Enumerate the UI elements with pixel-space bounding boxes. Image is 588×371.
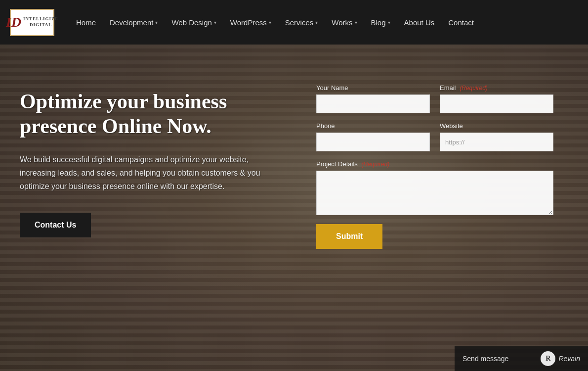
name-input[interactable] [316, 94, 430, 113]
website-label: Website [440, 122, 553, 130]
contact-us-button[interactable]: Contact Us [20, 213, 91, 237]
phone-input[interactable] [316, 133, 430, 151]
nav-item-services[interactable]: Services ▾ [278, 18, 325, 27]
name-label: Your Name [316, 84, 430, 92]
hero-section: Optimize your business presence Online N… [0, 45, 588, 371]
form-row-name-email: Your Name Email (Required) [316, 84, 553, 113]
website-input[interactable] [440, 133, 553, 151]
email-input[interactable] [440, 94, 553, 113]
nav-link-blog[interactable]: Blog ▾ [364, 18, 397, 27]
nav-item-contact[interactable]: Contact [441, 18, 481, 27]
nav-link-home[interactable]: Home [69, 18, 103, 27]
form-row-phone-website: Phone Website [316, 122, 553, 151]
chevron-down-icon: ▾ [269, 20, 271, 25]
project-details-input[interactable] [316, 171, 553, 215]
project-required-badge: (Required) [361, 161, 389, 168]
form-group-website: Website [440, 122, 553, 151]
form-group-project: Project Details (Required) [316, 160, 553, 215]
submit-button[interactable]: Submit [316, 224, 382, 249]
project-label: Project Details (Required) [316, 160, 553, 168]
form-group-email: Email (Required) [440, 84, 553, 113]
revain-widget[interactable]: Send message R Revain [455, 346, 588, 371]
revain-logo: R Revain [541, 351, 580, 366]
nav-link-contact[interactable]: Contact [441, 18, 481, 27]
nav-item-about[interactable]: About Us [397, 18, 442, 27]
chevron-down-icon: ▾ [388, 20, 390, 25]
nav-link-development[interactable]: Development ▾ [103, 18, 165, 27]
logo[interactable]: ID INTELLIGIZE DIGITAL [10, 9, 54, 36]
hero-left-panel: Optimize your business presence Online N… [20, 74, 296, 237]
nav-item-home[interactable]: Home [69, 18, 103, 27]
hero-headline: Optimize your business presence Online N… [20, 89, 296, 139]
chevron-down-icon: ▾ [355, 20, 357, 25]
nav-links: Home Development ▾ Web Design ▾ WordPres… [69, 18, 481, 27]
form-submit-row: Submit [316, 220, 553, 249]
nav-link-works[interactable]: Works ▾ [325, 18, 364, 27]
nav-item-wordpress[interactable]: WordPress ▾ [223, 18, 278, 27]
form-row-project: Project Details (Required) [316, 160, 553, 215]
contact-form: Your Name Email (Required) Phone [296, 74, 568, 259]
chevron-down-icon: ▾ [155, 20, 158, 25]
logo-box: ID INTELLIGIZE DIGITAL [10, 9, 54, 36]
hero-body-text: We build successful digital campaigns an… [20, 153, 287, 193]
chevron-down-icon: ▾ [315, 20, 318, 25]
nav-item-webdesign[interactable]: Web Design ▾ [165, 18, 223, 27]
nav-link-about[interactable]: About Us [397, 18, 442, 27]
revain-icon: R [541, 351, 555, 366]
nav-item-works[interactable]: Works ▾ [325, 18, 364, 27]
email-required-badge: (Required) [460, 85, 488, 92]
nav-link-webdesign[interactable]: Web Design ▾ [165, 18, 223, 27]
nav-link-wordpress[interactable]: WordPress ▾ [223, 18, 278, 27]
logo-text: INTELLIGIZE DIGITAL [23, 16, 58, 28]
logo-icon: ID [6, 14, 21, 30]
form-group-phone: Phone [316, 122, 430, 151]
nav-item-blog[interactable]: Blog ▾ [364, 18, 397, 27]
hero-content: Optimize your business presence Online N… [0, 45, 588, 371]
chevron-down-icon: ▾ [214, 20, 216, 25]
nav-link-services[interactable]: Services ▾ [278, 18, 325, 27]
revain-brand-text: Revain [558, 355, 580, 363]
phone-label: Phone [316, 122, 430, 130]
form-group-name: Your Name [316, 84, 430, 113]
email-label: Email (Required) [440, 84, 553, 92]
navigation: ID INTELLIGIZE DIGITAL Home Development … [0, 0, 588, 45]
revain-send-label: Send message [462, 355, 508, 363]
nav-item-development[interactable]: Development ▾ [103, 18, 165, 27]
